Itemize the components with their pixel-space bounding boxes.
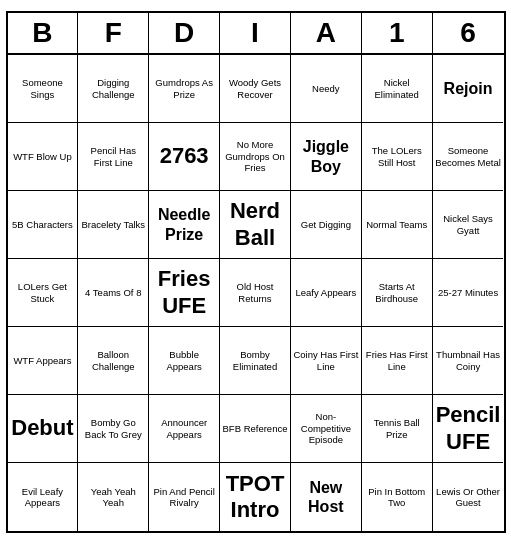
bingo-card: BFDIA16 Someone SingsDigging ChallengeGu… [6,11,506,533]
cell-text-39: Non-Competitive Episode [293,411,359,445]
cell-text-16: Needle Prize [151,205,217,243]
cell-text-38: BFB Reference [223,423,288,434]
bingo-cell-10: No More Gumdrops On Fries [220,123,291,191]
cell-text-7: WTF Blow Up [13,151,72,162]
bingo-header: BFDIA16 [8,13,504,55]
bingo-cell-46: New Host [291,463,362,531]
cell-text-48: Lewis Or Other Guest [435,486,502,509]
cell-text-21: LOLers Get Stuck [10,281,76,304]
bingo-cell-21: LOLers Get Stuck [8,259,79,327]
cell-text-4: Needy [312,83,339,94]
cell-text-33: Fries Has First Line [364,349,430,372]
bingo-cell-42: Evil Leafy Appears [8,463,79,531]
cell-text-8: Pencil Has First Line [80,145,146,168]
cell-text-47: Pin In Bottom Two [364,486,430,509]
bingo-cell-33: Fries Has First Line [362,327,433,395]
bingo-cell-18: Get Digging [291,191,362,259]
bingo-cell-41: Pencil UFE [433,395,504,463]
bingo-cell-14: 5B Characters [8,191,79,259]
bingo-cell-39: Non-Competitive Episode [291,395,362,463]
cell-text-32: Coiny Has First Line [293,349,359,372]
cell-text-28: WTF Appears [13,355,71,366]
bingo-cell-30: Bubble Appears [149,327,220,395]
cell-text-30: Bubble Appears [151,349,217,372]
bingo-cell-44: Pin And Pencil Rivalry [149,463,220,531]
header-cell-i: I [220,13,291,53]
cell-text-20: Nickel Says Gyatt [435,213,502,236]
bingo-cell-27: 25-27 Minutes [433,259,504,327]
bingo-cell-13: Someone Becomes Metal [433,123,504,191]
bingo-cell-25: Leafy Appears [291,259,362,327]
bingo-cell-16: Needle Prize [149,191,220,259]
bingo-cell-19: Normal Teams [362,191,433,259]
cell-text-13: Someone Becomes Metal [435,145,502,168]
bingo-cell-32: Coiny Has First Line [291,327,362,395]
cell-text-46: New Host [293,478,359,516]
bingo-cell-15: Bracelety Talks [78,191,149,259]
cell-text-42: Evil Leafy Appears [10,486,76,509]
bingo-cell-28: WTF Appears [8,327,79,395]
cell-text-6: Rejoin [444,79,493,98]
bingo-cell-3: Woody Gets Recover [220,55,291,123]
bingo-cell-43: Yeah Yeah Yeah [78,463,149,531]
bingo-cell-48: Lewis Or Other Guest [433,463,504,531]
cell-text-36: Bomby Go Back To Grey [80,417,146,440]
bingo-grid: Someone SingsDigging ChallengeGumdrops A… [8,55,504,531]
bingo-cell-6: Rejoin [433,55,504,123]
cell-text-37: Announcer Appears [151,417,217,440]
cell-text-1: Digging Challenge [80,77,146,100]
cell-text-24: Old Host Returns [222,281,288,304]
bingo-cell-45: TPOT Intro [220,463,291,531]
cell-text-45: TPOT Intro [222,471,288,524]
header-cell-a: A [291,13,362,53]
cell-text-29: Balloon Challenge [80,349,146,372]
cell-text-41: Pencil UFE [435,402,502,455]
bingo-cell-26: Starts At Birdhouse [362,259,433,327]
bingo-cell-22: 4 Teams Of 8 [78,259,149,327]
cell-text-9: 2763 [160,143,209,169]
bingo-cell-29: Balloon Challenge [78,327,149,395]
header-cell-b: B [8,13,79,53]
header-cell-f: F [78,13,149,53]
bingo-cell-38: BFB Reference [220,395,291,463]
bingo-cell-31: Bomby Eliminated [220,327,291,395]
header-cell-1: 1 [362,13,433,53]
cell-text-18: Get Digging [301,219,351,230]
cell-text-34: Thumbnail Has Coiny [435,349,502,372]
bingo-cell-4: Needy [291,55,362,123]
cell-text-44: Pin And Pencil Rivalry [151,486,217,509]
bingo-cell-35: Debut [8,395,79,463]
cell-text-40: Tennis Ball Prize [364,417,430,440]
bingo-cell-40: Tennis Ball Prize [362,395,433,463]
cell-text-15: Bracelety Talks [81,219,145,230]
cell-text-14: 5B Characters [12,219,73,230]
cell-text-31: Bomby Eliminated [222,349,288,372]
cell-text-25: Leafy Appears [295,287,356,298]
bingo-cell-7: WTF Blow Up [8,123,79,191]
header-cell-d: D [149,13,220,53]
cell-text-26: Starts At Birdhouse [364,281,430,304]
cell-text-10: No More Gumdrops On Fries [222,139,288,173]
cell-text-5: Nickel Eliminated [364,77,430,100]
bingo-cell-5: Nickel Eliminated [362,55,433,123]
bingo-cell-36: Bomby Go Back To Grey [78,395,149,463]
header-cell-6: 6 [433,13,504,53]
cell-text-17: Nerd Ball [222,198,288,251]
cell-text-2: Gumdrops As Prize [151,77,217,100]
bingo-cell-11: Jiggle Boy [291,123,362,191]
cell-text-12: The LOLers Still Host [364,145,430,168]
cell-text-23: Fries UFE [151,266,217,319]
bingo-cell-23: Fries UFE [149,259,220,327]
cell-text-22: 4 Teams Of 8 [85,287,141,298]
bingo-cell-2: Gumdrops As Prize [149,55,220,123]
bingo-cell-17: Nerd Ball [220,191,291,259]
bingo-cell-8: Pencil Has First Line [78,123,149,191]
bingo-cell-9: 2763 [149,123,220,191]
bingo-cell-34: Thumbnail Has Coiny [433,327,504,395]
cell-text-3: Woody Gets Recover [222,77,288,100]
bingo-cell-24: Old Host Returns [220,259,291,327]
bingo-cell-47: Pin In Bottom Two [362,463,433,531]
cell-text-11: Jiggle Boy [293,137,359,175]
bingo-cell-20: Nickel Says Gyatt [433,191,504,259]
bingo-cell-12: The LOLers Still Host [362,123,433,191]
